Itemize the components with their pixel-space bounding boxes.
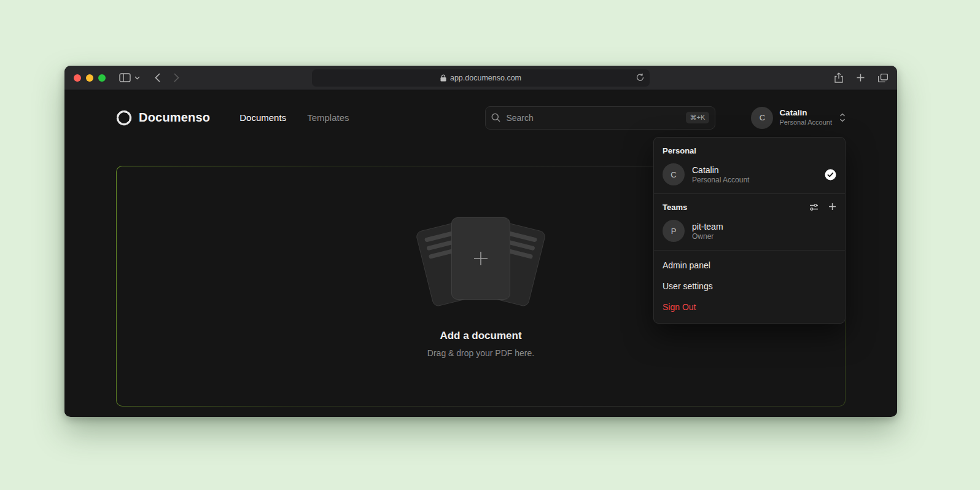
share-icon[interactable] [834, 72, 843, 83]
personal-avatar: C [663, 163, 685, 185]
plus-icon [472, 249, 490, 268]
add-team-icon[interactable] [828, 203, 836, 212]
url-bar[interactable]: app.documenso.com [312, 69, 650, 87]
dropzone-subtitle: Drag & drop your PDF here. [427, 348, 534, 358]
selected-check-icon [825, 169, 836, 181]
sidebar-toggle-icon[interactable] [119, 73, 131, 82]
dropzone-title: Add a document [440, 330, 521, 342]
account-type: Personal Account [779, 119, 832, 127]
team-item-role: Owner [692, 232, 723, 241]
main-nav: Documents Templates [239, 112, 349, 123]
account-dropdown-menu: Personal C Catalin Personal Account Team… [653, 137, 846, 324]
documenso-logo-icon [116, 110, 132, 126]
new-tab-icon[interactable] [857, 74, 865, 82]
account-menu-button[interactable]: C Catalin Personal Account [751, 107, 846, 129]
personal-item-subtitle: Personal Account [692, 176, 749, 184]
nav-templates[interactable]: Templates [307, 112, 349, 123]
account-avatar: C [751, 107, 773, 129]
search-icon [491, 113, 500, 122]
brand-name: Documenso [139, 111, 210, 125]
tab-overview-icon[interactable] [878, 74, 888, 82]
document-stack-illustration [416, 214, 545, 306]
menu-item-user-settings[interactable]: User settings [654, 276, 845, 297]
chevron-up-down-icon [839, 113, 846, 122]
personal-section-label: Personal [654, 138, 845, 159]
team-item[interactable]: P pit-team Owner [654, 216, 845, 250]
search-input[interactable] [506, 113, 680, 123]
team-avatar: P [663, 220, 685, 242]
close-window-button[interactable] [74, 74, 81, 82]
browser-toolbar: app.documenso.com [64, 66, 897, 90]
sidebar-chevron-down-icon[interactable] [134, 76, 140, 80]
menu-item-sign-out[interactable]: Sign Out [654, 297, 845, 317]
lock-icon [440, 74, 446, 82]
zoom-window-button[interactable] [98, 74, 106, 82]
reload-icon[interactable] [636, 73, 644, 82]
search-shortcut-badge: ⌘+K [686, 112, 710, 123]
brand-logo[interactable]: Documenso [116, 110, 210, 126]
manage-teams-icon[interactable] [809, 203, 819, 212]
stack-card-center [451, 217, 510, 300]
team-item-name: pit-team [692, 221, 723, 232]
app-page: Documenso Documents Templates ⌘+K C Cata… [64, 90, 897, 416]
teams-label-text: Teams [663, 203, 687, 212]
account-name: Catalin [779, 108, 832, 119]
minimize-window-button[interactable] [86, 74, 93, 82]
browser-window: app.documenso.com [64, 66, 897, 417]
back-icon[interactable] [155, 73, 160, 82]
personal-account-item[interactable]: C Catalin Personal Account [654, 159, 845, 193]
traffic-lights [74, 74, 106, 82]
search-bar[interactable]: ⌘+K [485, 106, 715, 130]
menu-links: Admin panel User settings Sign Out [654, 251, 845, 323]
nav-documents[interactable]: Documents [239, 112, 286, 123]
menu-item-admin-panel[interactable]: Admin panel [654, 255, 845, 276]
forward-icon[interactable] [174, 73, 179, 82]
url-text: app.documenso.com [450, 74, 521, 82]
personal-item-name: Catalin [692, 165, 749, 176]
teams-section-label: Teams [654, 194, 845, 216]
